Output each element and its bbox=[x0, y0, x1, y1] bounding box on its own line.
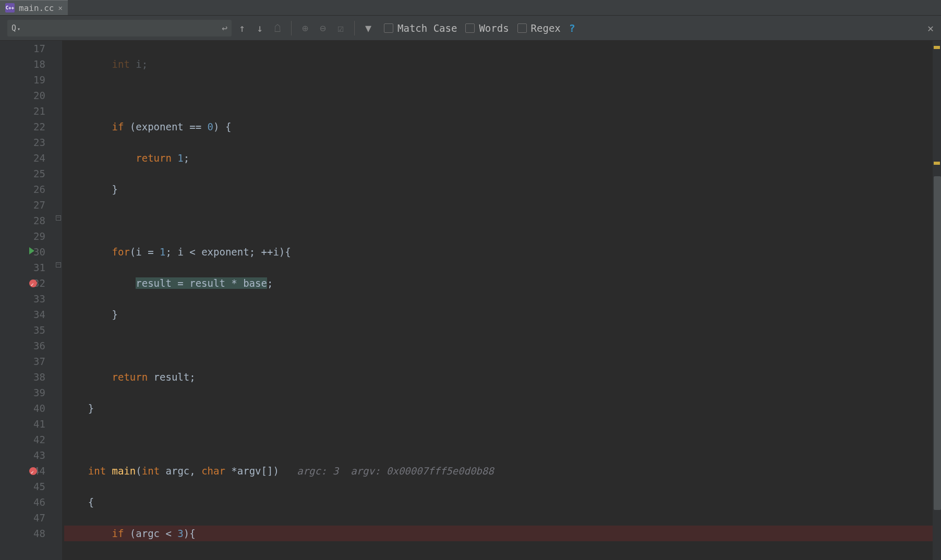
code-area[interactable]: int i; if (exponent == 0) { return 1; } … bbox=[62, 41, 941, 560]
regex-label: Regex bbox=[531, 22, 561, 34]
close-find-button[interactable]: ✕ bbox=[927, 22, 934, 34]
line-number[interactable]: 43 bbox=[0, 447, 55, 463]
find-toolbar: Q ↩ ↑ ↓ ☖ ⊕ ⊖ ☑ ▼ Match Case Words Regex… bbox=[0, 16, 941, 41]
code-line[interactable]: } bbox=[64, 181, 941, 197]
line-number[interactable]: 26 bbox=[0, 181, 55, 197]
tab-filename: main.cc bbox=[19, 3, 54, 13]
line-number[interactable]: 25 bbox=[0, 166, 55, 181]
gutter[interactable]: 17 18 19 20 21 22 23 24 25 26 27 28 29 3… bbox=[0, 41, 55, 560]
next-match-button[interactable]: ↓ bbox=[252, 21, 267, 35]
words-checkbox[interactable]: Words bbox=[465, 22, 509, 34]
fold-column bbox=[55, 41, 62, 560]
line-number[interactable]: 38 bbox=[0, 369, 55, 385]
line-number[interactable]: 30 bbox=[0, 244, 55, 260]
words-label: Words bbox=[479, 22, 509, 34]
line-number[interactable]: 34 bbox=[0, 307, 55, 322]
line-number[interactable]: 20 bbox=[0, 88, 55, 103]
code-line[interactable]: int i; bbox=[64, 56, 941, 72]
error-stripe[interactable] bbox=[933, 41, 941, 560]
fold-icon[interactable] bbox=[56, 215, 61, 221]
line-number[interactable]: 18 bbox=[0, 56, 55, 72]
code-line[interactable]: if (argc < 3){ bbox=[64, 526, 941, 541]
code-line[interactable]: printf("Usage: %s base exponent \n", arg… bbox=[64, 557, 941, 560]
code-line[interactable]: for(i = 1; i < exponent; ++i){ bbox=[64, 244, 941, 260]
stripe-marker[interactable] bbox=[934, 46, 940, 49]
divider bbox=[354, 21, 355, 35]
filter-button[interactable]: ▼ bbox=[361, 21, 376, 35]
line-number[interactable]: 40 bbox=[0, 400, 55, 416]
line-number[interactable]: 21 bbox=[0, 103, 55, 119]
line-number[interactable]: 23 bbox=[0, 135, 55, 150]
code-line[interactable] bbox=[64, 432, 941, 447]
line-number[interactable]: 29 bbox=[0, 228, 55, 244]
line-number[interactable]: 44 bbox=[0, 463, 55, 479]
fold-icon[interactable] bbox=[56, 262, 61, 267]
search-icon[interactable]: Q bbox=[11, 23, 20, 33]
code-line[interactable]: int main(int argc, char *argv[]) argc: 3… bbox=[64, 463, 941, 479]
line-number[interactable]: 35 bbox=[0, 322, 55, 338]
line-number[interactable]: 31 bbox=[0, 260, 55, 275]
scrollbar-thumb[interactable] bbox=[934, 176, 941, 510]
code-line[interactable]: } bbox=[64, 400, 941, 416]
line-number[interactable]: 32 bbox=[0, 275, 55, 291]
tab-bar: main.cc ✕ bbox=[0, 0, 941, 16]
line-number[interactable]: 17 bbox=[0, 41, 55, 56]
add-selection-button[interactable]: ⊕ bbox=[298, 21, 312, 35]
line-number[interactable]: 24 bbox=[0, 150, 55, 166]
regex-checkbox[interactable]: Regex bbox=[517, 22, 561, 34]
run-gutter-icon[interactable] bbox=[29, 247, 34, 254]
line-number[interactable]: 22 bbox=[0, 119, 55, 135]
editor: 17 18 19 20 21 22 23 24 25 26 27 28 29 3… bbox=[0, 41, 941, 560]
cpp-file-icon bbox=[5, 3, 15, 13]
prev-match-button[interactable]: ↑ bbox=[235, 21, 249, 35]
line-number[interactable]: 47 bbox=[0, 510, 55, 526]
line-number[interactable]: 37 bbox=[0, 354, 55, 369]
breakpoint-icon[interactable] bbox=[29, 467, 37, 475]
line-number[interactable]: 42 bbox=[0, 432, 55, 447]
code-line[interactable]: return result; bbox=[64, 369, 941, 385]
line-number[interactable]: 27 bbox=[0, 197, 55, 213]
breakpoint-icon[interactable] bbox=[29, 279, 37, 287]
select-all-button[interactable]: ☑ bbox=[333, 21, 348, 35]
code-line[interactable]: if (exponent == 0) { bbox=[64, 119, 941, 135]
line-number[interactable]: 45 bbox=[0, 479, 55, 494]
line-number[interactable]: 28 bbox=[0, 213, 55, 228]
remove-selection-button[interactable]: ⊖ bbox=[316, 21, 330, 35]
code-line[interactable] bbox=[64, 88, 941, 103]
line-number[interactable]: 33 bbox=[0, 291, 55, 307]
line-number[interactable]: 48 bbox=[0, 526, 55, 541]
stripe-marker[interactable] bbox=[934, 162, 940, 165]
code-line[interactable]: result = result * base; bbox=[64, 275, 941, 291]
code-line[interactable] bbox=[64, 213, 941, 228]
line-number[interactable]: 36 bbox=[0, 338, 55, 354]
line-number[interactable]: 41 bbox=[0, 416, 55, 432]
search-box[interactable]: Q ↩ bbox=[7, 20, 232, 36]
tab-close-icon[interactable]: ✕ bbox=[58, 4, 62, 12]
line-number[interactable]: 46 bbox=[0, 494, 55, 510]
match-case-label: Match Case bbox=[397, 22, 457, 34]
search-input[interactable] bbox=[25, 23, 218, 33]
enter-icon: ↩ bbox=[222, 22, 227, 33]
code-line[interactable]: return 1; bbox=[64, 150, 941, 166]
divider bbox=[291, 21, 292, 35]
line-number[interactable]: 39 bbox=[0, 385, 55, 400]
code-line[interactable]: { bbox=[64, 494, 941, 510]
code-line[interactable] bbox=[64, 338, 941, 354]
match-case-checkbox[interactable]: Match Case bbox=[384, 22, 457, 34]
occurrences-button[interactable]: ☖ bbox=[270, 21, 285, 35]
help-icon[interactable]: ? bbox=[569, 22, 575, 34]
code-line[interactable]: } bbox=[64, 307, 941, 322]
tab-main-cc[interactable]: main.cc ✕ bbox=[0, 0, 68, 15]
line-number[interactable]: 19 bbox=[0, 72, 55, 88]
